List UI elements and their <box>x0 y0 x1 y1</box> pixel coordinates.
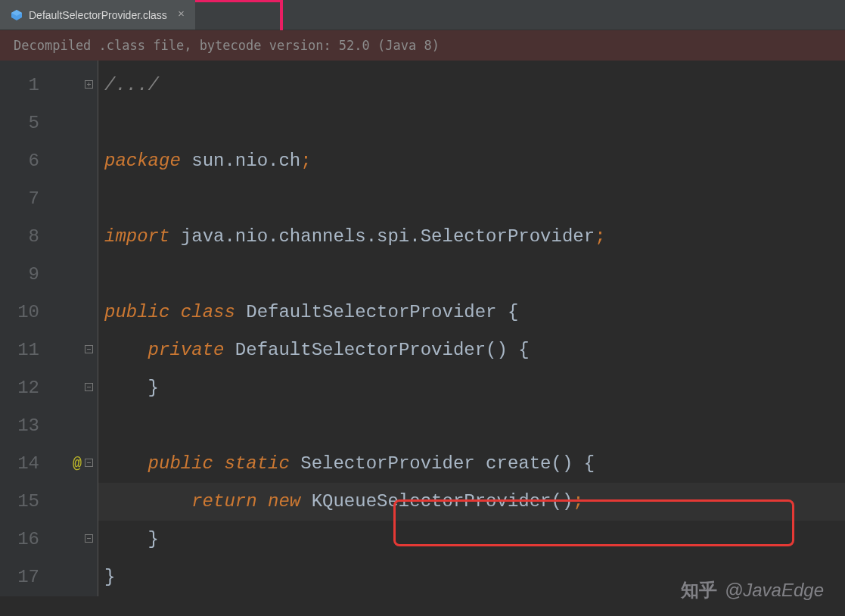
fold-collapse-icon[interactable] <box>85 345 93 353</box>
line-number: 1 <box>0 67 45 104</box>
watermark-handle: @JavaEdge <box>725 580 824 601</box>
code-line <box>98 256 845 294</box>
line-number: 11 <box>0 331 45 369</box>
fold-collapse-icon[interactable] <box>85 383 93 391</box>
code-line <box>98 407 845 445</box>
watermark: 知乎 @JavaEdge <box>681 578 824 602</box>
close-icon[interactable]: × <box>178 8 185 21</box>
fold-expand-icon[interactable] <box>85 80 93 89</box>
code-line: public static SelectorProvider create() … <box>98 445 845 483</box>
code-line: private DefaultSelectorProvider() { <box>98 331 845 369</box>
file-tab[interactable]: DefaultSelectorProvider.class × <box>0 0 195 30</box>
line-number: 6 <box>0 142 45 180</box>
line-number: 10 <box>0 294 45 331</box>
line-number: 15 <box>0 483 45 521</box>
fold-collapse-icon[interactable] <box>85 459 93 467</box>
code-area[interactable]: /.../ package sun.nio.ch; import java.ni… <box>98 61 845 596</box>
code-line: /.../ <box>98 67 845 104</box>
tab-accent <box>280 0 283 30</box>
code-line-highlighted: return new KQueueSelectorProvider(); <box>98 483 845 521</box>
line-number: 7 <box>0 180 45 218</box>
code-line: package sun.nio.ch; <box>98 142 845 180</box>
code-line <box>98 180 845 218</box>
code-line: public class DefaultSelectorProvider { <box>98 294 845 331</box>
class-file-icon <box>11 9 23 21</box>
watermark-logo: 知乎 <box>681 578 717 602</box>
line-number: 9 <box>0 256 45 294</box>
line-number: 8 <box>0 218 45 256</box>
line-number: 13 <box>0 407 45 445</box>
decompile-info-bar: Decompiled .class file, bytecode version… <box>0 30 845 61</box>
fold-collapse-icon[interactable] <box>85 534 93 543</box>
code-line <box>98 104 845 142</box>
line-number: 5 <box>0 104 45 142</box>
code-line: import java.nio.channels.spi.SelectorPro… <box>98 218 845 256</box>
line-number: 16 <box>0 521 45 558</box>
line-number: 14 <box>0 445 45 483</box>
code-editor[interactable]: 1 5 6 7 8 9 10 11 12 13 14@ 15 16 17 /..… <box>0 61 845 596</box>
line-number: 12 <box>0 369 45 407</box>
code-line: } <box>98 369 845 407</box>
tab-bar: DefaultSelectorProvider.class × <box>0 0 845 30</box>
code-line: } <box>98 521 845 558</box>
gutter: 1 5 6 7 8 9 10 11 12 13 14@ 15 16 17 <box>0 61 98 596</box>
override-gutter-icon[interactable]: @ <box>73 445 82 483</box>
tab-filename: DefaultSelectorProvider.class <box>29 9 167 21</box>
line-number: 17 <box>0 558 45 596</box>
